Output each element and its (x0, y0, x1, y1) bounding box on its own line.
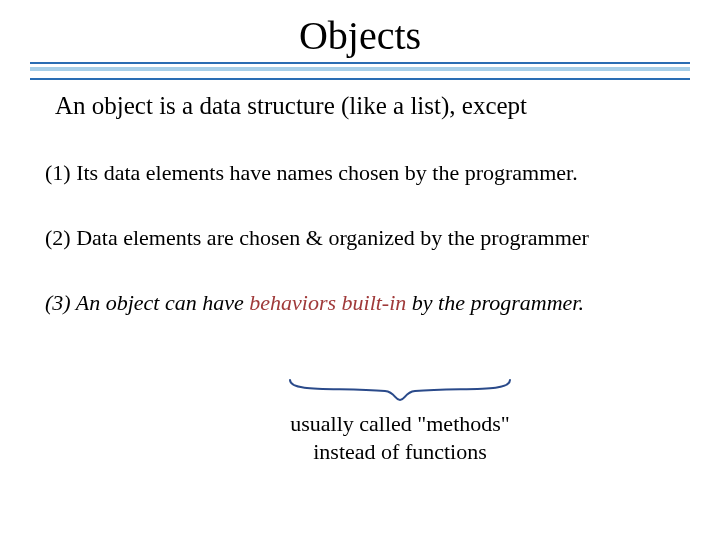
point-3-suffix: by the programmer. (406, 290, 584, 315)
brace-icon (285, 375, 515, 405)
divider-inner (30, 67, 690, 71)
annotation-note: usually called "methods" instead of func… (285, 410, 515, 465)
point-3-emphasis: behaviors built-in (249, 290, 406, 315)
page-title: Objects (0, 12, 720, 59)
note-line-1: usually called "methods" (290, 411, 510, 436)
point-3-prefix: (3) An object can have (45, 290, 249, 315)
point-1: (1) Its data elements have names chosen … (45, 160, 578, 186)
point-3: (3) An object can have behaviors built-i… (45, 290, 584, 316)
intro-text: An object is a data structure (like a li… (55, 92, 527, 120)
slide: Objects An object is a data structure (l… (0, 0, 720, 540)
divider-outer (30, 62, 690, 80)
point-2: (2) Data elements are chosen & organized… (45, 225, 589, 251)
note-line-2: instead of functions (313, 439, 487, 464)
